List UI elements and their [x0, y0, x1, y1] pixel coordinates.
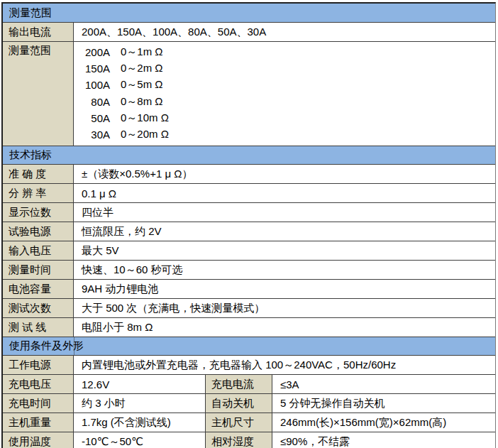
range-current: 150A — [82, 62, 110, 75]
row-measure-time: 测量时间 快速、10～60 秒可选 — [3, 260, 495, 279]
range-span: 0～5m Ω — [121, 78, 163, 92]
section-header-label: 技术指标 — [9, 148, 52, 162]
value-cell: -10℃～50℃ — [74, 432, 206, 448]
range-span: 0～2m Ω — [121, 62, 163, 75]
label-cell: 试验电源 — [3, 222, 74, 241]
row-temperature-humidity: 使用温度 -10℃～50℃ 相对湿度 ≤90%，不结露 — [3, 432, 495, 448]
spec-table: 测量范围 输出电流 200A、150A、100A、80A、50A、30A 测量范… — [1, 2, 496, 448]
section-header-usage-conditions: 使用条件及外形 — [3, 337, 495, 355]
label-cell: 准 确 度 — [3, 165, 74, 183]
row-battery-capacity: 电池容量 9AH 动力锂电池 — [3, 279, 495, 298]
label-cell: 工作电源 — [3, 356, 74, 374]
measure-range-line: 150A 0～2m Ω — [82, 60, 495, 77]
row-value: 最大 5V — [82, 244, 119, 258]
row-value: -10℃～50℃ — [82, 435, 143, 448]
value-cell: 12.6V — [74, 375, 206, 393]
range-span: 0～20m Ω — [121, 128, 169, 141]
row-value: ≤3A — [280, 378, 299, 390]
measure-range-line: 80A 0～8m Ω — [82, 94, 495, 110]
value-cell: 0.1 μ Ω — [74, 184, 495, 202]
label-cell: 测 试 线 — [3, 318, 74, 337]
row-label: 电池容量 — [9, 283, 51, 296]
value-cell: 电阻小于 8m Ω — [74, 318, 495, 337]
row-label: 自动关机 — [211, 397, 254, 410]
value-cell: 5 分钟无操作自动关机 — [272, 394, 495, 413]
label-cell: 自动关机 — [206, 394, 272, 413]
value-cell: 1.7kg (不含测试线) — [74, 413, 206, 432]
row-label: 输入电压 — [9, 244, 51, 258]
row-label: 测量时间 — [9, 263, 51, 277]
row-label: 测试次数 — [9, 302, 51, 315]
row-label: 准 确 度 — [9, 168, 46, 181]
section-header-technical-specs: 技术指标 — [3, 146, 495, 164]
row-test-count: 测试次数 大于 500 次（充满电，快速测量模式） — [3, 298, 495, 317]
row-value: 大于 500 次（充满电，快速测量模式） — [82, 302, 265, 315]
row-value: 内置锂电池或外置充电器，充电器输入 100～240VAC，50Hz/60Hz — [82, 359, 396, 372]
row-label: 充电电流 — [211, 378, 254, 391]
value-cell: ≤90%，不结露 — [272, 432, 495, 448]
row-label: 主机重量 — [9, 416, 51, 430]
value-cell: 约 3 小时 — [74, 394, 206, 413]
row-value: 约 3 小时 — [82, 397, 126, 410]
label-cell: 测量范围 — [3, 42, 74, 146]
row-label: 工作电源 — [9, 359, 51, 372]
value-cell: 246mm(长)×156mm(宽)×62mm(高) — [272, 413, 495, 432]
value-cell: 200A、150A、100A、80A、50A、30A — [74, 23, 495, 41]
value-cell: 最大 5V — [74, 241, 495, 260]
section-header-label: 使用条件及外形 — [9, 339, 84, 353]
row-charge-voltage-current: 充电电压 12.6V 充电电流 ≤3A — [3, 374, 495, 393]
value-cell: ±（读数×0.5%+1 μ Ω） — [74, 165, 495, 183]
row-charge-time-autopower: 充电时间 约 3 小时 自动关机 5 分钟无操作自动关机 — [3, 393, 495, 413]
label-cell: 主机重量 — [3, 413, 74, 432]
label-cell: 电池容量 — [3, 280, 74, 298]
row-working-power: 工作电源 内置锂电池或外置充电器，充电器输入 100～240VAC，50Hz/6… — [3, 355, 495, 374]
label-cell: 输出电流 — [3, 23, 74, 41]
value-cell: 内置锂电池或外置充电器，充电器输入 100～240VAC，50Hz/60Hz — [74, 356, 495, 374]
row-label: 充电电压 — [9, 378, 51, 391]
label-cell: 相对湿度 — [206, 432, 272, 448]
row-label: 测 试 线 — [9, 321, 46, 334]
row-value: ≤90%，不结露 — [280, 435, 350, 448]
label-cell: 充电时间 — [3, 394, 74, 413]
value-cell: 快速、10～60 秒可选 — [74, 261, 495, 279]
row-test-leads: 测 试 线 电阻小于 8m Ω — [3, 317, 495, 337]
value-cell: ≤3A — [272, 375, 495, 393]
row-value: 0.1 μ Ω — [82, 187, 116, 200]
row-value: 电阻小于 8m Ω — [82, 321, 153, 334]
row-label: 使用温度 — [9, 435, 51, 448]
row-label: 试验电源 — [9, 225, 51, 239]
label-cell: 分 辨 率 — [3, 184, 74, 202]
range-span: 0～8m Ω — [121, 95, 163, 109]
row-measurement-ranges: 测量范围 200A 0～1m Ω 150A 0～2m Ω 100A 0～5m Ω… — [3, 41, 495, 146]
range-current: 50A — [82, 112, 110, 124]
row-value: 快速、10～60 秒可选 — [82, 263, 183, 277]
range-current: 80A — [82, 96, 110, 108]
value-cell: 200A 0～1m Ω 150A 0～2m Ω 100A 0～5m Ω 80A … — [74, 42, 495, 146]
row-label: 显示位数 — [9, 206, 51, 219]
measure-range-line: 100A 0～5m Ω — [82, 77, 495, 93]
row-value: 12.6V — [82, 378, 109, 390]
value-cell: 大于 500 次（充满电，快速测量模式） — [74, 299, 495, 317]
label-cell: 测试次数 — [3, 299, 74, 317]
row-value: 5 分钟无操作自动关机 — [280, 397, 385, 410]
label-cell: 使用温度 — [3, 432, 74, 448]
label-cell: 显示位数 — [3, 203, 74, 222]
value-cell: 四位半 — [74, 203, 495, 222]
row-weight-dimensions: 主机重量 1.7kg (不含测试线) 主机尺寸 246mm(长)×156mm(宽… — [3, 413, 495, 432]
row-value: 1.7kg (不含测试线) — [82, 416, 171, 430]
row-test-power: 试验电源 恒流限压，约 2V — [3, 222, 495, 241]
row-value: 200A、150A、100A、80A、50A、30A — [82, 26, 266, 39]
row-label: 主机尺寸 — [211, 416, 254, 430]
row-value: ±（读数×0.5%+1 μ Ω） — [82, 168, 192, 181]
row-label: 相对湿度 — [211, 435, 254, 448]
label-cell: 充电电压 — [3, 375, 74, 393]
row-value: 246mm(长)×156mm(宽)×62mm(高) — [280, 416, 446, 430]
row-label: 输出电流 — [9, 26, 51, 39]
range-span: 0～1m Ω — [121, 45, 163, 59]
section-header-measurement-range: 测量范围 — [3, 4, 495, 22]
header-column-divider — [74, 337, 74, 355]
row-value: 恒流限压，约 2V — [82, 225, 162, 239]
range-span: 0～10m Ω — [121, 111, 169, 125]
measure-range-line: 200A 0～1m Ω — [82, 44, 495, 60]
row-input-voltage: 输入电压 最大 5V — [3, 241, 495, 260]
